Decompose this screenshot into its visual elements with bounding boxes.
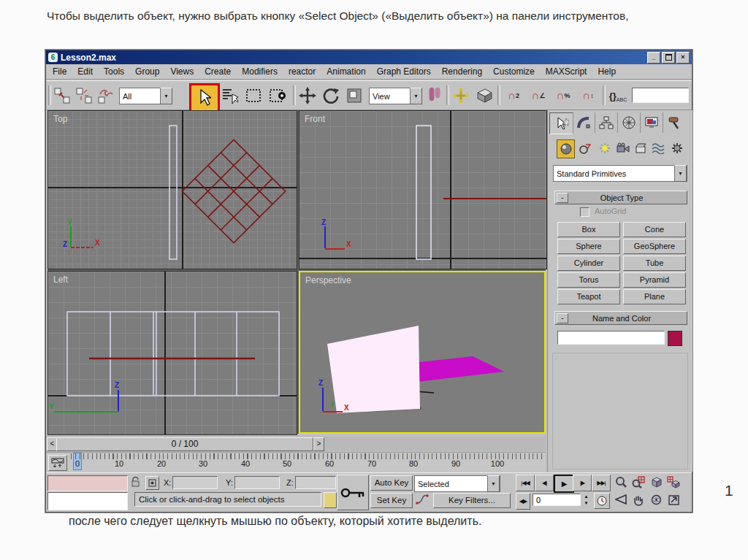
sphere-button[interactable]: Sphere bbox=[557, 239, 620, 254]
primitives-category-dropdown[interactable]: Standard Primitives ▼ bbox=[553, 165, 687, 182]
menu-item-graph-editors[interactable]: Graph Editors bbox=[377, 66, 431, 77]
pan-button[interactable] bbox=[630, 492, 646, 507]
zoom-all-button[interactable] bbox=[630, 475, 646, 490]
box-button[interactable]: Box bbox=[557, 222, 620, 237]
field-of-view-button[interactable] bbox=[613, 492, 629, 507]
time-configuration-button[interactable] bbox=[594, 493, 610, 509]
viewport-left[interactable]: Left Z Y bbox=[47, 271, 297, 435]
time-slider-track[interactable]: < 0 / 100 > bbox=[46, 437, 546, 451]
title-bar[interactable]: 6 Lesson2.max _ × bbox=[46, 50, 692, 64]
dropdown-arrow-icon[interactable]: ▼ bbox=[674, 165, 687, 182]
maxscript-listener-pane[interactable] bbox=[47, 492, 128, 510]
zoom-button[interactable] bbox=[613, 475, 629, 490]
window-crossing-toggle[interactable] bbox=[268, 85, 289, 107]
category-spacewarps-button[interactable] bbox=[649, 139, 666, 157]
next-key-button[interactable]: |▶ bbox=[573, 475, 592, 491]
close-button[interactable]: × bbox=[676, 52, 690, 64]
select-and-move-button[interactable] bbox=[297, 85, 318, 107]
menu-item-rendering[interactable]: Rendering bbox=[442, 66, 482, 77]
spinner-down-icon[interactable]: ▼ bbox=[582, 500, 590, 507]
menu-item-views[interactable]: Views bbox=[170, 66, 194, 77]
auto-key-button[interactable]: Auto Key bbox=[370, 475, 413, 491]
menu-item-customize[interactable]: Customize bbox=[493, 66, 535, 77]
viewport-top[interactable]: Top Y X Z bbox=[47, 110, 297, 269]
unlink-selection-button[interactable] bbox=[74, 85, 94, 107]
select-and-link-button[interactable] bbox=[52, 85, 72, 107]
angle-snap-toggle[interactable]: ∩∠ bbox=[527, 85, 550, 107]
use-pivot-center-button[interactable] bbox=[424, 85, 445, 107]
autogrid-checkbox[interactable] bbox=[580, 207, 589, 217]
plane-button[interactable]: Plane bbox=[623, 289, 686, 304]
menu-item-edit[interactable]: Edit bbox=[77, 66, 93, 77]
macro-recorder-pane[interactable] bbox=[47, 475, 128, 491]
object-color-swatch[interactable] bbox=[668, 331, 682, 346]
previous-key-button[interactable]: ◀| bbox=[535, 475, 554, 491]
tab-modify[interactable] bbox=[572, 112, 595, 133]
play-button[interactable]: ▶ bbox=[554, 475, 574, 493]
spinner-snap-toggle[interactable]: ∩↕ bbox=[576, 85, 600, 107]
default-tangent-button[interactable] bbox=[416, 494, 429, 508]
category-helpers-button[interactable] bbox=[632, 139, 649, 157]
geosphere-button[interactable]: GeoSphere bbox=[623, 239, 686, 254]
cone-button[interactable]: Cone bbox=[623, 222, 686, 237]
zoom-extents-all-button[interactable] bbox=[665, 475, 682, 490]
rectangular-selection-region-button[interactable] bbox=[243, 85, 264, 107]
time-slider-thumb[interactable]: 0 / 100 bbox=[56, 437, 313, 451]
y-coordinate-field[interactable] bbox=[234, 476, 280, 489]
selection-filter-dropdown[interactable]: All ▼ bbox=[119, 88, 172, 104]
menu-item-modifiers[interactable]: Modifiers bbox=[242, 66, 278, 77]
key-mode-dropdown[interactable]: Selected ▼ bbox=[414, 475, 500, 492]
spinner-up-icon[interactable]: ▲ bbox=[582, 494, 590, 500]
percent-snap-toggle[interactable]: ∩% bbox=[552, 85, 575, 107]
object-name-input[interactable] bbox=[557, 331, 665, 345]
tab-hierarchy[interactable] bbox=[595, 112, 618, 133]
collapse-button[interactable]: - bbox=[557, 313, 568, 323]
category-systems-button[interactable] bbox=[668, 139, 685, 157]
set-key-button[interactable]: Set Key bbox=[370, 493, 413, 508]
min-max-toggle-button[interactable] bbox=[665, 492, 682, 507]
next-frame-button[interactable]: > bbox=[313, 437, 324, 451]
menu-item-animation[interactable]: Animation bbox=[327, 66, 365, 77]
menu-item-file[interactable]: File bbox=[53, 66, 66, 77]
z-coordinate-field[interactable] bbox=[295, 476, 336, 489]
select-and-scale-button[interactable] bbox=[344, 85, 365, 107]
toolbar-handle[interactable] bbox=[48, 85, 51, 105]
torus-button[interactable]: Torus bbox=[557, 272, 620, 288]
arc-rotate-button[interactable] bbox=[648, 492, 664, 507]
menu-item-create[interactable]: Create bbox=[205, 66, 231, 77]
key-filters-button[interactable]: Key Filters... bbox=[433, 493, 511, 508]
pyramid-button[interactable]: Pyramid bbox=[623, 272, 686, 288]
current-frame-field[interactable]: 0 bbox=[533, 494, 581, 506]
menu-item-maxscript[interactable]: MAXScript bbox=[546, 66, 587, 77]
teapot-button[interactable]: Teapot bbox=[557, 289, 620, 304]
category-geometry-button[interactable] bbox=[557, 139, 575, 158]
select-and-rotate-button[interactable] bbox=[321, 85, 341, 107]
viewport-front[interactable]: Front Z X bbox=[299, 110, 547, 269]
viewport-perspective[interactable]: Perspective Z X y bbox=[299, 271, 546, 434]
menu-item-group[interactable]: Group bbox=[135, 66, 159, 77]
category-lights-button[interactable] bbox=[596, 139, 613, 157]
menu-item-tools[interactable]: Tools bbox=[104, 66, 124, 77]
x-coordinate-field[interactable] bbox=[172, 476, 218, 489]
cylinder-button[interactable]: Cylinder bbox=[557, 256, 620, 271]
tube-button[interactable]: Tube bbox=[623, 256, 686, 271]
bind-to-spacewarp-button[interactable] bbox=[96, 85, 116, 107]
select-object-button[interactable] bbox=[189, 83, 220, 112]
go-to-start-button[interactable]: |◀◀ bbox=[516, 475, 535, 491]
menu-item-help[interactable]: Help bbox=[598, 66, 616, 77]
crossing-selection-indicator[interactable] bbox=[324, 492, 337, 508]
name-color-rollout-header[interactable]: - Name and Color bbox=[554, 311, 687, 325]
zoom-extents-button[interactable] bbox=[648, 475, 664, 490]
frame-spinner[interactable]: ▲ ▼ bbox=[582, 494, 590, 507]
dropdown-arrow-icon[interactable]: ▼ bbox=[487, 475, 500, 492]
restore-button[interactable] bbox=[662, 52, 675, 64]
category-shapes-button[interactable] bbox=[576, 139, 593, 157]
key-step-toggle[interactable]: ◀▶ bbox=[516, 493, 530, 510]
keyboard-override-toggle[interactable] bbox=[474, 85, 495, 107]
named-selection-input[interactable] bbox=[632, 88, 689, 103]
named-selection-sets-button[interactable]: {} ABC bbox=[606, 85, 630, 107]
tab-utilities[interactable] bbox=[663, 112, 685, 133]
category-cameras-button[interactable] bbox=[614, 139, 631, 157]
dropdown-arrow-icon[interactable]: ▼ bbox=[160, 88, 172, 104]
set-keys-button[interactable] bbox=[337, 475, 369, 510]
